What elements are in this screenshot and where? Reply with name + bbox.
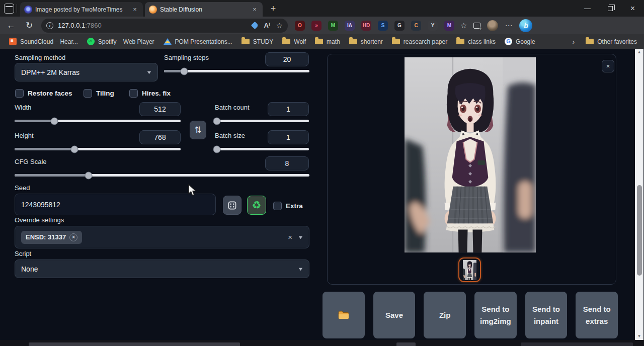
bookmark-other-favorites[interactable]: Other favorites: [586, 38, 637, 45]
script-dropdown[interactable]: None ▼: [15, 260, 309, 278]
zip-button[interactable]: Zip: [424, 292, 466, 338]
taskbar-search-sliver[interactable]: [29, 342, 240, 346]
bookmark-folder-study[interactable]: STUDY: [242, 38, 274, 45]
restore-faces-checkbox[interactable]: [15, 89, 24, 98]
tab2-close-icon[interactable]: ×: [251, 6, 259, 14]
scrollbar-thumb[interactable]: [637, 185, 642, 276]
extension-icon-1[interactable]: O: [295, 21, 305, 31]
send-to-inpaint-button[interactable]: Send to inpaint: [525, 292, 568, 338]
tab-actions-icon[interactable]: [4, 4, 14, 14]
slider-thumb[interactable]: [85, 171, 92, 179]
send-to-img2img-button[interactable]: Send to img2img: [474, 292, 517, 338]
extension-icon-5[interactable]: HD: [361, 21, 371, 31]
batch-count-slider[interactable]: [215, 120, 309, 122]
scroll-up-icon[interactable]: ▲: [635, 49, 643, 56]
close-preview-button[interactable]: ×: [602, 60, 614, 72]
close-window-button[interactable]: ×: [621, 0, 644, 17]
dice-icon: [227, 201, 237, 210]
tiling-option[interactable]: Tiling: [84, 89, 114, 98]
new-tab-button[interactable]: +: [267, 3, 279, 15]
bookmark-spotify[interactable]: Spotify – Web Player: [87, 38, 154, 45]
random-seed-button[interactable]: [223, 196, 242, 215]
extra-checkbox[interactable]: [273, 202, 282, 210]
bookmark-soundcloud[interactable]: SoundCloud – Hear...: [9, 38, 78, 45]
chevron-down-icon[interactable]: ▼: [297, 235, 303, 240]
swap-icon: ⇅: [194, 125, 201, 135]
slider-thumb[interactable]: [181, 67, 188, 75]
extension-icon-4[interactable]: IA: [345, 21, 355, 31]
extension-icon-10[interactable]: M: [444, 21, 454, 31]
favorites-hub-icon[interactable]: ☆: [460, 21, 467, 30]
extension-icon-2[interactable]: »: [311, 21, 321, 31]
browser-tab-1[interactable]: Image posted by TwoMoreTimes ×: [20, 2, 143, 17]
tab1-favicon: [24, 6, 32, 14]
bookmarks-overflow-icon[interactable]: ›: [573, 38, 575, 46]
tab1-close-icon[interactable]: ×: [131, 6, 139, 14]
extension-icon-3[interactable]: M: [328, 21, 338, 31]
bookmark-folder-reasearch-paper[interactable]: reasearch paper: [392, 38, 447, 45]
batch-size-slider[interactable]: [215, 148, 309, 150]
height-input[interactable]: 768: [139, 130, 181, 144]
open-folder-button[interactable]: [323, 292, 365, 338]
clear-field-icon[interactable]: ×: [288, 233, 292, 241]
slider-thumb[interactable]: [213, 117, 220, 125]
scroll-down-icon[interactable]: ▼: [635, 333, 643, 340]
folder-icon: [315, 39, 323, 44]
tag-icon[interactable]: [251, 22, 259, 30]
hires-fix-option[interactable]: Hires. fix: [129, 89, 171, 98]
extension-icon-6[interactable]: S: [378, 21, 388, 31]
taskbar-tray-sliver[interactable]: [521, 342, 633, 346]
bookmark-google[interactable]: GGoogle: [505, 38, 535, 45]
override-settings-field[interactable]: ENSD: 31337 × × ▼: [15, 226, 309, 248]
back-button[interactable]: ←: [4, 19, 18, 33]
cfg-scale-input[interactable]: 8: [265, 156, 309, 170]
tiling-checkbox[interactable]: [84, 89, 92, 98]
slider-thumb[interactable]: [213, 145, 220, 153]
collections-icon[interactable]: [473, 23, 480, 29]
browser-tab-2-active[interactable]: Stable Diffusion ×: [145, 2, 263, 17]
width-input[interactable]: 512: [139, 102, 181, 116]
height-slider[interactable]: [15, 148, 181, 150]
bookmark-folder-class-links[interactable]: class links: [456, 38, 496, 45]
gallery-thumbnail-selected[interactable]: [458, 257, 481, 282]
batch-count-input[interactable]: 1: [268, 102, 309, 116]
refresh-button[interactable]: ↻: [22, 19, 36, 33]
settings-menu-icon[interactable]: ⋯: [505, 21, 513, 30]
read-aloud-icon[interactable]: A): [264, 22, 270, 29]
minimize-button[interactable]: —: [576, 0, 599, 17]
bookmark-folder-shortenr[interactable]: shortenr: [349, 38, 383, 45]
seed-extra-option[interactable]: Extra: [273, 202, 303, 210]
swap-width-height-button[interactable]: ⇅: [190, 121, 206, 139]
favorite-star-icon[interactable]: ☆: [276, 21, 283, 30]
seed-input[interactable]: 1243095812: [15, 194, 216, 215]
extension-icon-9[interactable]: Y: [428, 21, 438, 31]
generated-image[interactable]: [405, 57, 536, 253]
width-slider[interactable]: [15, 120, 181, 122]
slider-thumb[interactable]: [70, 145, 78, 153]
restore-button[interactable]: [599, 0, 621, 17]
address-bar[interactable]: i 127.0.0.1:7860 A) ☆: [41, 19, 288, 33]
batch-size-input[interactable]: 1: [268, 130, 309, 144]
taskbar-icons-sliver[interactable]: [396, 342, 416, 346]
save-button[interactable]: Save: [373, 292, 416, 338]
restore-faces-option[interactable]: Restore faces: [15, 89, 72, 98]
hires-fix-checkbox[interactable]: [129, 89, 138, 98]
cfg-scale-slider[interactable]: [15, 174, 309, 177]
extension-icon-7[interactable]: G: [394, 21, 405, 31]
bookmark-folder-math[interactable]: math: [315, 38, 340, 45]
slider-thumb[interactable]: [51, 117, 58, 125]
bookmark-pom-presentations[interactable]: POM Presentations...: [164, 38, 232, 45]
send-to-extras-button[interactable]: Send to extras: [576, 292, 618, 338]
slider-fill: [15, 174, 89, 177]
reuse-seed-button[interactable]: ♻: [247, 196, 266, 215]
sampling-steps-input[interactable]: 20: [265, 52, 309, 66]
profile-avatar[interactable]: [487, 20, 498, 31]
sampling-steps-slider[interactable]: [164, 70, 309, 72]
bing-copilot-icon[interactable]: b: [519, 19, 532, 32]
hires-fix-label: Hires. fix: [142, 90, 171, 97]
bookmark-folder-wolf[interactable]: Wolf: [282, 38, 306, 45]
sampling-method-dropdown[interactable]: DPM++ 2M Karras ▼: [15, 63, 158, 81]
chip-remove-icon[interactable]: ×: [69, 233, 77, 241]
extension-icon-8[interactable]: C: [411, 21, 421, 31]
site-info-icon[interactable]: i: [46, 22, 53, 29]
